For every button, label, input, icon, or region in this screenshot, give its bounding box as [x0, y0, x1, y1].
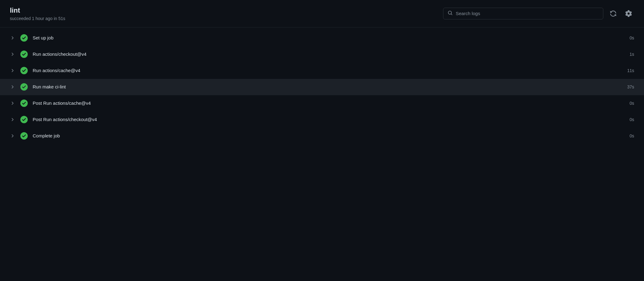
search-input[interactable]	[456, 11, 599, 16]
search-box[interactable]	[443, 8, 603, 19]
success-icon	[20, 132, 28, 140]
job-item[interactable]: Set up job 0s	[0, 30, 644, 46]
job-name: Post Run actions/checkout@v4	[33, 117, 617, 122]
success-icon	[20, 83, 28, 91]
job-list: Set up job 0s Run actions/checkout@v4 1s	[0, 27, 644, 147]
job-duration: 0s	[622, 35, 634, 40]
refresh-icon	[610, 10, 617, 17]
job-duration: 11s	[622, 68, 634, 73]
settings-button[interactable]	[623, 8, 634, 19]
chevron-right-icon	[10, 117, 15, 122]
refresh-button[interactable]	[608, 8, 619, 19]
job-item[interactable]: Post Run actions/cache@v4 0s	[0, 95, 644, 112]
chevron-right-icon	[10, 101, 15, 106]
success-icon	[20, 116, 28, 123]
job-name: Set up job	[33, 35, 617, 40]
header-right	[443, 8, 634, 19]
job-item[interactable]: Run actions/checkout@v4 1s	[0, 46, 644, 63]
job-duration: 1s	[622, 52, 634, 57]
job-name: Run actions/cache@v4	[33, 68, 617, 73]
job-name: Post Run actions/cache@v4	[33, 100, 617, 106]
gear-icon	[625, 10, 632, 17]
chevron-right-icon	[10, 68, 15, 73]
chevron-right-icon	[10, 84, 15, 89]
success-icon	[20, 51, 28, 58]
page-container: lint succeeded 1 hour ago in 51s	[0, 0, 644, 281]
job-item[interactable]: Post Run actions/checkout@v4 0s	[0, 112, 644, 128]
job-name: Complete job	[33, 133, 617, 138]
job-duration: 0s	[622, 117, 634, 122]
success-icon	[20, 67, 28, 74]
page-title: lint	[10, 6, 65, 15]
job-item[interactable]: Run actions/cache@v4 11s	[0, 63, 644, 79]
success-icon	[20, 100, 28, 107]
job-name: Run actions/checkout@v4	[33, 51, 617, 57]
header: lint succeeded 1 hour ago in 51s	[0, 0, 644, 27]
success-icon	[20, 34, 28, 42]
header-left: lint succeeded 1 hour ago in 51s	[10, 6, 65, 21]
job-item[interactable]: Complete job 0s	[0, 128, 644, 144]
search-icon	[448, 10, 453, 17]
job-name: Run make ci-lint	[33, 84, 617, 89]
chevron-right-icon	[10, 52, 15, 57]
job-duration: 37s	[622, 84, 634, 89]
header-subtitle: succeeded 1 hour ago in 51s	[10, 16, 65, 21]
job-duration: 0s	[622, 101, 634, 106]
chevron-right-icon	[10, 133, 15, 138]
chevron-right-icon	[10, 35, 15, 40]
job-item[interactable]: Run make ci-lint 37s	[0, 79, 644, 95]
job-duration: 0s	[622, 133, 634, 138]
